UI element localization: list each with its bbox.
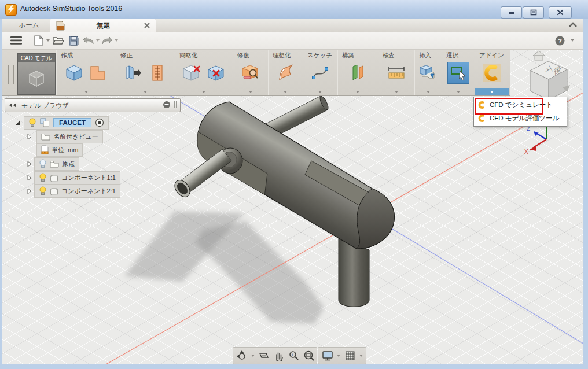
ribbon-group-select: 選択	[442, 49, 475, 95]
expand-arrow-icon[interactable]	[27, 134, 32, 140]
redo-button[interactable]	[101, 34, 113, 47]
modify-push-face-icon[interactable]	[124, 64, 143, 82]
ribbon-group-construct: 構築	[337, 49, 378, 95]
annotation-highlight-box	[475, 98, 543, 115]
simplify-group-dropdown[interactable]	[175, 88, 232, 95]
ribbon-group-idealize: 理想化	[268, 49, 303, 95]
repair-body-icon[interactable]	[241, 64, 260, 82]
remove-feature-icon[interactable]	[183, 64, 201, 82]
document-tab-bar: ホーム 無題	[2, 19, 583, 32]
create-group-dropdown[interactable]	[57, 88, 115, 95]
visibility-bulb-on-icon[interactable]	[39, 186, 47, 196]
origin-triad: Z X	[524, 126, 546, 155]
component-box-icon	[50, 187, 58, 195]
grid-dropdown-caret[interactable]	[359, 355, 363, 357]
folder-icon	[50, 160, 59, 168]
create-primitive-icon[interactable]	[65, 64, 83, 82]
ribbon-group-simplify: 簡略化	[175, 49, 233, 95]
root-node-label[interactable]: FAUCET	[53, 118, 91, 127]
x-axis-label: X	[524, 149, 528, 155]
new-document-button[interactable]	[32, 34, 45, 47]
close-button[interactable]	[549, 6, 572, 19]
minimize-button[interactable]	[501, 6, 522, 19]
idealize-group-dropdown[interactable]	[269, 88, 302, 95]
activate-radio-icon[interactable]	[95, 118, 104, 127]
orbit-dropdown-caret[interactable]	[251, 355, 255, 357]
new-document-caret[interactable]	[46, 39, 50, 42]
insert-import-icon[interactable]	[419, 64, 438, 82]
tree-row-named-views[interactable]: 名前付きビュー	[27, 130, 103, 143]
sketch-spline-icon[interactable]	[311, 64, 329, 82]
app-window: Z X 上 右 後	[0, 0, 588, 369]
app-logo-icon	[5, 4, 17, 16]
expand-arrow-icon[interactable]	[27, 175, 32, 181]
expand-arrow-icon[interactable]	[27, 161, 32, 167]
inspect-group-dropdown[interactable]	[378, 88, 414, 95]
remove-body-icon[interactable]	[207, 64, 225, 82]
tab-home[interactable]: ホーム	[8, 19, 50, 31]
pan-button[interactable]	[273, 349, 285, 363]
collapse-panel-icon[interactable]	[9, 102, 17, 108]
modify-group-dropdown[interactable]	[116, 88, 174, 95]
ribbon-group-sketch: スケッチ	[303, 49, 338, 95]
maximize-button[interactable]	[523, 6, 544, 19]
redo-caret[interactable]	[115, 39, 118, 42]
help-button[interactable]: ?	[553, 34, 566, 47]
tree-row-origin[interactable]: 原点	[27, 157, 79, 170]
create-sketch-solid-icon[interactable]	[89, 64, 107, 82]
tree-row-units[interactable]: 単位: mm	[36, 143, 83, 156]
ribbon-tab-cad-model[interactable]: CAD モデル	[17, 53, 56, 95]
save-button[interactable]	[67, 34, 80, 47]
visibility-bulb-on-icon[interactable]	[39, 173, 47, 183]
construct-plane-icon[interactable]	[348, 64, 367, 82]
sketch-group-dropdown[interactable]	[303, 88, 337, 95]
panel-grip-icon[interactable]	[173, 101, 178, 109]
minimize-panel-icon[interactable]	[163, 101, 171, 109]
display-dropdown-caret[interactable]	[337, 355, 340, 357]
tree-row-component2[interactable]: コンポーネント2:1	[27, 184, 120, 197]
model-shadow	[124, 212, 324, 324]
tab-document-active[interactable]: 無題	[50, 19, 156, 32]
app-menu-button[interactable]	[10, 34, 23, 47]
select-tool-icon[interactable]	[447, 62, 469, 84]
group-label-select: 選択	[442, 49, 475, 59]
viewcube-home-icon[interactable]	[533, 51, 545, 60]
open-button[interactable]	[52, 34, 65, 47]
expand-arrow-icon[interactable]	[27, 188, 32, 194]
expand-arrow-open-icon[interactable]	[16, 120, 20, 125]
document-icon	[56, 21, 65, 31]
tree-item-label: コンポーネント2:1	[61, 187, 116, 195]
titlebar[interactable]: Autodesk SimStudio Tools 2016	[0, 0, 588, 19]
window-frame-right	[583, 19, 588, 369]
grid-settings-button[interactable]	[344, 349, 356, 363]
idealize-flag-icon[interactable]	[276, 64, 295, 82]
repair-group-dropdown[interactable]	[233, 88, 267, 95]
group-label-inspect: 検査	[378, 49, 414, 59]
cfd-addin-icon[interactable]	[482, 63, 502, 83]
model-browser-header[interactable]: モデル ブラウザ	[5, 98, 181, 112]
measure-icon[interactable]	[387, 64, 406, 82]
modify-split-icon[interactable]	[148, 64, 167, 82]
visibility-bulb-off-icon[interactable]	[39, 159, 47, 169]
construct-group-dropdown[interactable]	[338, 88, 377, 95]
insert-group-dropdown[interactable]	[415, 88, 441, 95]
tab-close-icon[interactable]	[142, 21, 152, 30]
ribbon-grip[interactable]	[8, 65, 14, 84]
tree-row-component1[interactable]: コンポーネント1:1	[27, 171, 120, 184]
undo-button[interactable]	[82, 34, 95, 47]
ribbon-group-repair: 修復	[233, 49, 269, 95]
visibility-bulb-on-icon[interactable]	[28, 118, 36, 128]
help-caret[interactable]	[571, 39, 574, 42]
zoom-button[interactable]: ±	[288, 349, 300, 363]
ribbon-group-addins: アドイン	[475, 49, 509, 95]
look-at-button[interactable]	[258, 349, 270, 363]
orbit-button[interactable]	[236, 349, 248, 363]
addins-group-dropdown-open[interactable]	[475, 88, 509, 95]
tree-row-faucet[interactable]: FAUCET	[16, 116, 109, 129]
select-group-dropdown[interactable]	[442, 88, 474, 95]
undo-caret[interactable]	[96, 39, 100, 42]
collapse-ribbon-chevron-icon[interactable]	[568, 22, 578, 28]
zoom-window-button[interactable]	[303, 349, 315, 363]
display-settings-button[interactable]	[321, 349, 333, 363]
tab-document-label: 無題	[65, 21, 142, 31]
